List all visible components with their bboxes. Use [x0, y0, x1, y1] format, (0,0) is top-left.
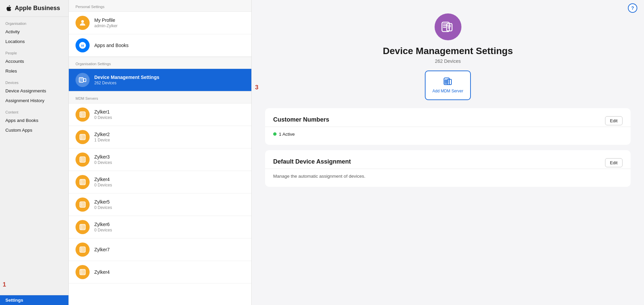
server-devices-3: 0 Devices: [94, 160, 112, 165]
server-text-1: Zylker1 0 Devices: [94, 109, 112, 120]
divider-1: [265, 127, 631, 127]
sidebar-item-locations[interactable]: Locations: [0, 37, 68, 46]
server-name-4: Zylker4: [94, 177, 112, 182]
right-header: Device Management Settings 262 Devices A…: [252, 0, 644, 108]
server-name-7: Zylker7: [94, 247, 110, 252]
sidebar-item-assignment-history[interactable]: Assignment History: [0, 96, 68, 105]
sidebar-item-accounts[interactable]: Accounts: [0, 56, 68, 66]
my-profile-icon: [76, 16, 90, 30]
sidebar-item-roles[interactable]: Roles: [0, 66, 68, 76]
sidebar-item-activity[interactable]: Activity: [0, 27, 68, 37]
devices-section: Devices Device Assignments Assignment Hi…: [0, 76, 68, 105]
device-count: 262 Devices: [435, 58, 461, 64]
server-devices-4: 0 Devices: [94, 183, 112, 187]
server-zylker4[interactable]: Zylker4 0 Devices: [69, 171, 251, 193]
add-mdm-label: Add MDM Server: [432, 89, 463, 94]
apps-books-title: Apps and Books: [94, 43, 129, 48]
server-zylker3[interactable]: Zylker3 0 Devices: [69, 148, 251, 171]
app-title: Apple Business: [15, 5, 60, 12]
server-icon-7: [76, 243, 90, 257]
server-zylker5[interactable]: Zylker5 0 Devices: [69, 193, 251, 216]
mdm-server-icon-7: [79, 246, 86, 253]
sidebar-item-apps-and-books[interactable]: Apps and Books: [0, 116, 68, 125]
server-devices-5: 0 Devices: [94, 205, 112, 210]
header-icon-circle: [435, 13, 461, 40]
device-mgmt-icon: [76, 73, 90, 87]
person-icon: [79, 19, 87, 27]
server-icon-5: [76, 198, 90, 212]
server-name-6: Zylker6: [94, 222, 112, 227]
default-device-desc: Manage the automatic assignment of devic…: [273, 174, 623, 179]
server-zylker7[interactable]: Zylker7: [69, 238, 251, 261]
sidebar-item-settings[interactable]: Settings: [0, 295, 68, 305]
app-logo: Apple Business: [0, 0, 68, 17]
server-text-3: Zylker3 0 Devices: [94, 154, 112, 165]
people-section-label: People: [0, 46, 68, 56]
content-section-label: Content: [0, 105, 68, 116]
svg-rect-66: [443, 27, 446, 28]
server-text-4: Zylker4 0 Devices: [94, 177, 112, 187]
help-button[interactable]: ?: [628, 3, 637, 13]
my-profile-title: My Profile: [94, 17, 117, 23]
server-devices-2: 1 Device: [94, 138, 110, 142]
server-name-8: Zylker4: [94, 269, 110, 275]
right-panel: 3 Device Management Settings 262 Devices: [252, 0, 644, 305]
middle-panel: 2 Personal Settings My Profile admin-Zyl…: [69, 0, 252, 305]
server-icon-4: [76, 175, 90, 189]
svg-rect-64: [443, 24, 448, 25]
device-mgmt-item[interactable]: Device Management Settings 262 Devices: [69, 69, 251, 91]
sidebar-item-device-assignments[interactable]: Device Assignments: [0, 86, 68, 96]
server-zylker8[interactable]: Zylker4: [69, 261, 251, 284]
server-zylker2[interactable]: Zylker2 1 Device: [69, 126, 251, 148]
mdm-server-icon-6: [79, 223, 86, 231]
mdm-server-icon: [79, 111, 86, 118]
organisation-settings-label: Organisation Settings: [69, 57, 251, 69]
default-device-card: Default Device Assignment Edit Manage th…: [265, 150, 631, 187]
device-mgmt-subtitle: 262 Devices: [94, 81, 159, 85]
my-profile-item[interactable]: My Profile admin-Zylker: [69, 12, 251, 34]
active-badge: 1 Active: [273, 132, 623, 137]
customer-numbers-card: Customer Numbers Edit 1 Active: [265, 108, 631, 145]
device-mgmt-text: Device Management Settings 262 Devices: [94, 75, 159, 85]
apps-books-icon: [76, 38, 90, 52]
add-mdm-icon: [443, 77, 453, 86]
right-content: Customer Numbers Edit 1 Active Default D…: [252, 108, 644, 305]
svg-rect-65: [443, 25, 448, 26]
server-text-8: Zylker4: [94, 269, 110, 275]
add-mdm-server-button[interactable]: Add MDM Server: [425, 71, 470, 100]
svg-rect-69: [448, 28, 450, 29]
default-device-title: Default Device Assignment: [273, 158, 623, 165]
mdm-server-icon-2: [79, 133, 86, 141]
server-zylker6[interactable]: Zylker6 0 Devices: [69, 216, 251, 238]
active-label: 1 Active: [279, 132, 295, 137]
server-zylker1[interactable]: Zylker1 0 Devices: [69, 103, 251, 126]
sidebar-bottom: Settings: [0, 295, 68, 305]
server-text-7: Zylker7: [94, 247, 110, 252]
apps-and-books-item[interactable]: Apps and Books: [69, 34, 251, 57]
page-title: Device Management Settings: [383, 46, 513, 56]
customer-numbers-title: Customer Numbers: [273, 116, 623, 123]
customer-numbers-edit-button[interactable]: Edit: [605, 116, 623, 125]
mdm-servers-label: MDM Servers: [69, 91, 251, 103]
apple-icon: [5, 5, 12, 12]
server-name-3: Zylker3: [94, 154, 112, 160]
server-name-2: Zylker2: [94, 132, 110, 137]
svg-rect-4: [80, 80, 83, 80]
sidebar: Apple Business Organisation Activity Loc…: [0, 0, 69, 305]
personal-settings-label: Personal Settings: [69, 0, 251, 12]
server-text-2: Zylker2 1 Device: [94, 132, 110, 142]
server-name-5: Zylker5: [94, 199, 112, 205]
sidebar-item-custom-apps[interactable]: Custom Apps: [0, 125, 68, 135]
svg-rect-2: [84, 79, 86, 82]
svg-rect-3: [80, 78, 83, 79]
devices-section-label: Devices: [0, 76, 68, 86]
devices-icon: [79, 76, 87, 84]
server-icon-1: [76, 107, 90, 122]
svg-rect-67: [448, 25, 451, 26]
default-device-edit-button[interactable]: Edit: [605, 158, 623, 167]
server-icon-8: [76, 265, 90, 279]
my-profile-text: My Profile admin-Zylker: [94, 17, 117, 28]
server-devices-1: 0 Devices: [94, 115, 112, 120]
organisation-section-label: Organisation: [0, 17, 68, 27]
device-mgmt-header-icon: [441, 19, 455, 34]
